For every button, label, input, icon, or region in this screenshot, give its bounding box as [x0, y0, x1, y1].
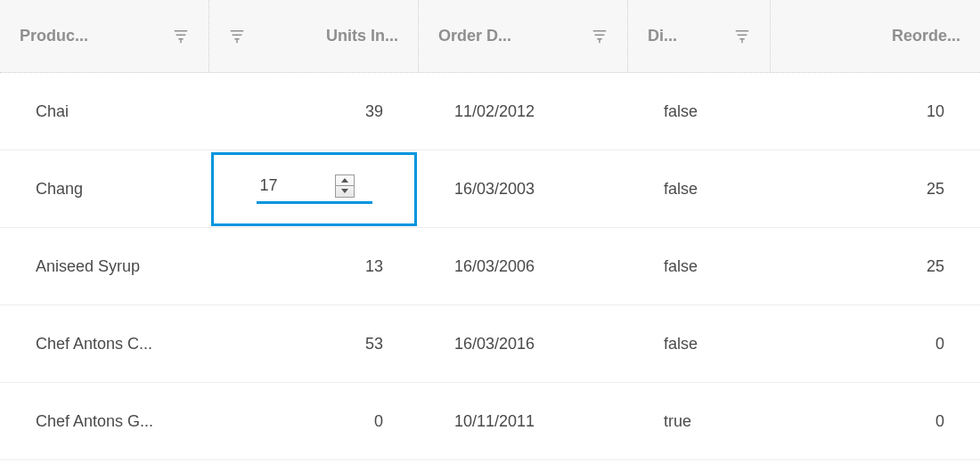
column-header-units[interactable]: Units In... [209, 0, 419, 72]
cell-units[interactable]: 39 [209, 102, 419, 121]
cell-discontinued[interactable]: true [628, 412, 771, 431]
spinner-down-button[interactable] [336, 186, 354, 197]
cell-units[interactable]: 53 [209, 335, 419, 353]
cell-order-date[interactable]: 11/02/2012 [419, 102, 628, 121]
cell-product[interactable]: Chef Antons G... [0, 412, 209, 431]
table-row: Chai 39 11/02/2012 false 10 [0, 73, 980, 150]
cell-order-date[interactable]: 16/03/2006 [419, 257, 628, 276]
cell-units[interactable]: 0 [209, 412, 419, 431]
filter-icon[interactable] [734, 28, 750, 45]
numeric-editor [257, 175, 372, 204]
table-row: Aniseed Syrup 13 16/03/2006 false 25 [0, 228, 980, 305]
cell-product[interactable]: Chang [0, 180, 209, 199]
cell-units[interactable]: 13 [209, 257, 419, 276]
filter-icon[interactable] [173, 28, 189, 45]
cell-reorder[interactable]: 25 [771, 257, 980, 276]
filter-icon[interactable] [592, 28, 608, 45]
cell-reorder[interactable]: 0 [771, 335, 980, 353]
column-header-order-date[interactable]: Order D... [419, 0, 628, 72]
cell-reorder[interactable]: 25 [771, 180, 980, 199]
grid-header-row: Produc... Units In... Order D... [0, 0, 980, 73]
cell-discontinued[interactable]: false [628, 335, 771, 353]
cell-product[interactable]: Aniseed Syrup [0, 257, 209, 276]
table-row: Chef Antons G... 0 10/11/2011 true 0 [0, 383, 980, 460]
cell-units-editing[interactable] [209, 150, 419, 228]
cell-discontinued[interactable]: false [628, 257, 771, 276]
cell-order-date[interactable]: 16/03/2016 [419, 335, 628, 353]
cell-product[interactable]: Chef Antons C... [0, 335, 209, 353]
table-row: Chef Antons C... 53 16/03/2016 false 0 [0, 305, 980, 383]
data-grid: Produc... Units In... Order D... [0, 0, 980, 460]
cell-reorder[interactable]: 0 [771, 412, 980, 431]
spinner-up-button[interactable] [336, 175, 354, 187]
table-row: Chang 16/03/2003 false 25 [0, 150, 980, 228]
filter-icon[interactable] [229, 28, 245, 45]
cell-discontinued[interactable]: false [628, 180, 771, 199]
cell-order-date[interactable]: 10/11/2011 [419, 412, 628, 431]
column-header-order-date-label: Order D... [438, 27, 570, 45]
cell-reorder[interactable]: 10 [771, 102, 980, 121]
chevron-up-icon [341, 178, 348, 183]
column-header-discontinued-label: Di... [648, 27, 713, 45]
column-header-product-label: Produc... [20, 27, 151, 45]
units-input[interactable] [260, 176, 323, 195]
column-header-reorder[interactable]: Reorde... [771, 0, 980, 72]
column-header-reorder-label: Reorde... [790, 27, 960, 45]
column-header-discontinued[interactable]: Di... [628, 0, 771, 72]
chevron-down-icon [341, 189, 348, 193]
column-header-units-label: Units In... [266, 27, 398, 45]
column-header-product[interactable]: Produc... [0, 0, 209, 72]
cell-discontinued[interactable]: false [628, 102, 771, 121]
cell-order-date[interactable]: 16/03/2003 [419, 180, 628, 199]
numeric-spinner [335, 175, 355, 198]
cell-product[interactable]: Chai [0, 102, 209, 121]
